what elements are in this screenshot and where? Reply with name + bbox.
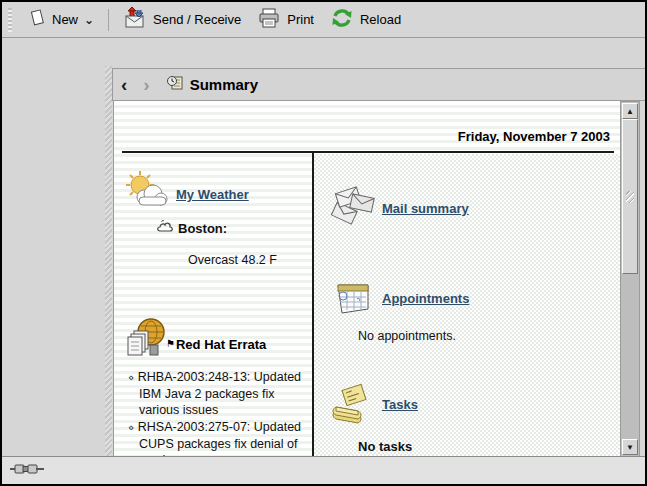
appointments-icon (332, 275, 374, 321)
errata-item[interactable]: ⋄ RHBA-2003:248-13: Updated IBM Java 2 p… (128, 369, 310, 418)
weather-condition: Overcast 48.2 F (188, 253, 277, 267)
summary-title-icon (166, 74, 184, 96)
new-button-label: New (52, 12, 78, 27)
reload-button[interactable]: Reload (322, 2, 409, 37)
reload-label: Reload (360, 12, 401, 27)
errata-title: Red Hat Errata (176, 337, 266, 352)
pane-resize-handle[interactable] (105, 66, 112, 457)
diamond-bullet-icon: ⋄ (128, 422, 134, 433)
status-bar (2, 456, 645, 484)
date-rule (122, 151, 614, 153)
summary-view: Friday, November 7 2003 (113, 101, 620, 457)
appointments-link[interactable]: Appointments (382, 291, 469, 306)
back-button[interactable]: ‹ (113, 75, 135, 95)
mail-summary-link[interactable]: Mail summary (382, 201, 469, 216)
toolbar-separator (108, 9, 109, 31)
errata-icon (122, 317, 168, 367)
mail-summary-icon (330, 185, 376, 231)
scrollbar-thumb[interactable] (622, 119, 638, 274)
appointments-empty-text: No appointments. (358, 329, 456, 343)
scrollbar-grip (626, 191, 634, 203)
print-button[interactable]: Print (249, 2, 322, 37)
send-receive-icon (123, 6, 147, 33)
new-button[interactable]: New ⌄ (20, 5, 102, 34)
forward-button[interactable]: › (135, 75, 157, 95)
print-label: Print (287, 12, 314, 27)
errata-item[interactable]: ⋄ RHSA-2003:275-07: Updated CUPS package… (128, 419, 310, 457)
chevron-down-icon[interactable]: ⌄ (84, 15, 94, 25)
tasks-empty-text: No tasks (358, 439, 412, 454)
folder-title-bar: ‹ › Summary (112, 68, 645, 101)
weather-condition-icon (156, 219, 174, 239)
weather-icon (124, 169, 168, 217)
my-weather-link[interactable]: My Weather (176, 187, 249, 202)
print-icon (257, 6, 281, 33)
flag-icon: ⚑ (166, 338, 175, 349)
online-status-icon[interactable] (10, 462, 44, 480)
tasks-link[interactable]: Tasks (382, 397, 418, 412)
scroll-up-button[interactable]: ▲ (622, 103, 638, 119)
reload-icon (330, 6, 354, 33)
tasks-summary-icon (328, 381, 374, 429)
errata-title-row: ⚑Red Hat Errata (166, 337, 266, 352)
main-area: ‹ › Summary Friday, November 7 2003 (112, 66, 645, 457)
toolbar: New ⌄ Send / Receive (2, 2, 645, 38)
new-document-icon (28, 9, 46, 30)
diamond-bullet-icon: ⋄ (128, 372, 134, 383)
weather-location: Boston: (178, 221, 227, 236)
summary-date: Friday, November 7 2003 (458, 129, 610, 144)
column-divider (312, 153, 314, 457)
scroll-up-icon: ▲ (626, 107, 634, 116)
vertical-scrollbar[interactable]: ▲ ▼ (620, 101, 640, 457)
send-receive-button[interactable]: Send / Receive (115, 2, 249, 37)
toolbar-grip-handle[interactable] (8, 8, 12, 32)
errata-list: ⋄ RHBA-2003:248-13: Updated IBM Java 2 p… (128, 369, 310, 457)
send-receive-label: Send / Receive (153, 12, 241, 27)
folder-title: Summary (190, 76, 258, 93)
evolution-window: File View Actions Tools Help New ⌄ (0, 0, 647, 486)
scroll-down-button[interactable]: ▼ (622, 439, 638, 455)
scroll-down-icon: ▼ (626, 443, 634, 452)
